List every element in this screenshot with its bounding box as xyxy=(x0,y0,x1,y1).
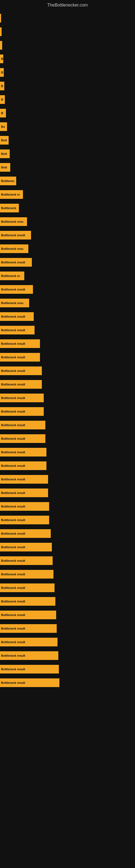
bar-row: Bottleneck result xyxy=(0,351,135,364)
bar-row: Bottleneck result xyxy=(0,473,135,486)
bar-row: Bottleneck result xyxy=(0,649,135,662)
bar: Bottleneck result xyxy=(0,584,54,592)
bar: Bottleneck resu xyxy=(0,299,29,307)
bar: Bottleneck resu xyxy=(0,217,27,226)
bar-label: Bottleneck result xyxy=(1,641,25,644)
bar-label: Bottleneck result xyxy=(1,437,25,440)
bar: Bottleneck result xyxy=(0,529,51,538)
bar: Bott xyxy=(0,150,10,158)
bar-label: Bottleneck result xyxy=(1,654,25,657)
bar: Bottleneck result xyxy=(0,489,48,497)
bar-row: B xyxy=(0,106,135,120)
bar-label: Bottleneck result xyxy=(1,491,25,495)
bar: Bottleneck result xyxy=(0,597,55,606)
bar-row: Bott xyxy=(0,161,135,174)
bar-label: Bott xyxy=(1,138,7,142)
bar-label: Bottleneck result xyxy=(1,559,25,562)
bar-label: Bottleneck resu xyxy=(1,220,24,223)
bar-label: Bottleneck result xyxy=(1,518,25,522)
bar-label: Bottleneck result xyxy=(1,546,25,549)
bar-row xyxy=(0,25,135,38)
bar-row: Bottleneck result xyxy=(0,609,135,621)
bar: Bottleneck re xyxy=(0,190,23,199)
bar-row: Bottleneck result xyxy=(0,514,135,527)
bar: Bottlenec xyxy=(0,177,16,185)
bar-label: B xyxy=(1,98,3,101)
bar: Bottleneck result xyxy=(0,556,53,565)
bar-row: Bottleneck result xyxy=(0,418,135,432)
bar-row: Bottleneck result xyxy=(0,378,135,391)
bar-row: Bottleneck result xyxy=(0,581,135,594)
bar-label: Bottleneck result xyxy=(1,329,25,332)
bar: Bottleneck result xyxy=(0,231,31,240)
bar-label: B xyxy=(1,84,3,88)
bar-label: Bottleneck result xyxy=(1,681,25,684)
bar-row: Bottleneck result xyxy=(0,554,135,567)
bar-row xyxy=(0,39,135,52)
bar: Bottleneck result xyxy=(0,339,40,348)
bar: Bottleneck result xyxy=(0,570,53,579)
bar: Bott xyxy=(0,136,9,145)
bar: B xyxy=(0,68,4,77)
bar-label: B xyxy=(1,71,3,74)
bar: Bottleneck re xyxy=(0,272,24,280)
bar-label: Bottleneck result xyxy=(1,464,25,467)
bar: B xyxy=(0,55,3,63)
bar-row: Bottleneck result xyxy=(0,663,135,676)
bar-row: Bottlenec xyxy=(0,175,135,187)
bar: Bottleneck result xyxy=(0,353,40,362)
bar: Bottleneck result xyxy=(0,448,46,457)
bar-label: Bottleneck result xyxy=(1,613,25,617)
site-title: TheBottlenecker.com xyxy=(0,0,135,9)
bar: Bottleneck result xyxy=(0,312,34,321)
bar-label: Bottleneck result xyxy=(1,288,25,291)
bar-row: Bottleneck result xyxy=(0,337,135,350)
bar-row: Bottleneck result xyxy=(0,486,135,499)
bar: Bottleneck result xyxy=(0,611,56,619)
bar-row: Bottleneck result xyxy=(0,323,135,337)
bar-label: Bottleneck result xyxy=(1,369,25,372)
bar: B xyxy=(0,95,5,104)
bar-row: Bottleneck result xyxy=(0,392,135,404)
bar-label: Bott xyxy=(1,152,7,155)
bar: Bottleneck result xyxy=(0,258,32,267)
bar-label: Bottleneck re xyxy=(1,193,20,196)
bar: Bottleneck result xyxy=(0,651,58,660)
bar-row: B xyxy=(0,93,135,106)
bar-label: B xyxy=(1,112,3,115)
bar-label: Bottleneck result xyxy=(1,410,25,413)
bar xyxy=(0,14,1,23)
bars-container: BBBBBBoBottBottBottBottlenecBottleneck r… xyxy=(0,9,135,692)
bar-label: Bottlenec xyxy=(1,179,14,183)
bar-row: B xyxy=(0,66,135,79)
bar-label: Bottleneck result xyxy=(1,396,25,400)
bar-label: Bottleneck result xyxy=(1,424,25,427)
bar-row: Bottleneck result xyxy=(0,527,135,540)
bar: Bott xyxy=(0,163,10,172)
bar-label: Bottleneck result xyxy=(1,572,25,576)
bar-row: Bottleneck result xyxy=(0,310,135,323)
bar: Bottleneck result xyxy=(0,326,35,335)
bar-label: Bottleneck result xyxy=(1,315,25,318)
bar-row: Bottleneck result xyxy=(0,432,135,445)
bar-label: Bottleneck resu xyxy=(1,247,24,250)
bar-row: Bottleneck result xyxy=(0,405,135,418)
bar-row: Bottleneck resu xyxy=(0,297,135,310)
bar: Bottleneck result xyxy=(0,434,45,443)
bar-row: Bottleneck result xyxy=(0,500,135,513)
bar: Bottleneck result xyxy=(0,367,42,375)
bar-label: Bottleneck result xyxy=(1,451,25,454)
bar-row: B xyxy=(0,80,135,93)
bar-label: Bottleneck result xyxy=(1,532,25,535)
bar-row: Bott xyxy=(0,134,135,147)
bar: Bottleneck result xyxy=(0,394,44,402)
bar-row: Bottleneck result xyxy=(0,256,135,269)
bar-label: Bottleneck result xyxy=(1,234,25,237)
bar-row: Bottleneck re xyxy=(0,269,135,282)
bar-label: Bottleneck resu xyxy=(1,301,24,305)
bar-label: Bottleneck re xyxy=(1,274,20,278)
bar: Bottleneck result xyxy=(0,380,42,389)
bar-label: Bottleneck result xyxy=(1,383,25,386)
bar xyxy=(0,27,2,36)
bar-row: Bottleneck result xyxy=(0,622,135,635)
